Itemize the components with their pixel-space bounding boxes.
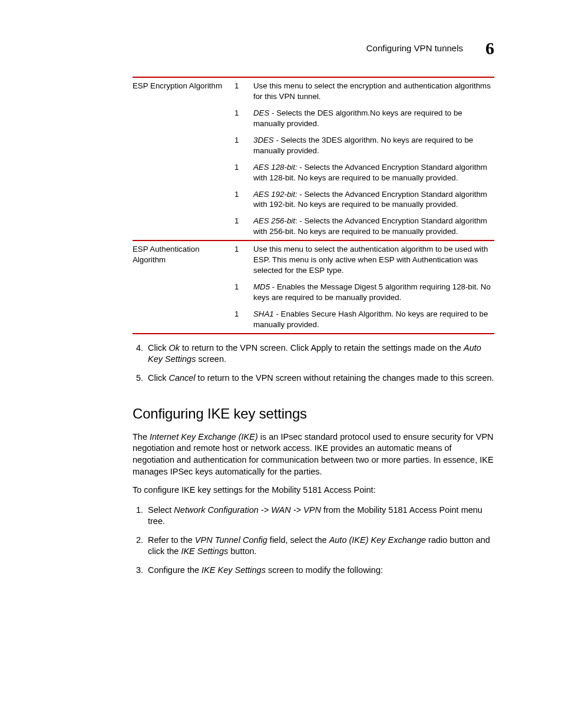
param-description: Use this menu to select the encryption a… (253, 77, 494, 105)
list-index: 1 (234, 279, 253, 306)
list-index: 1 (234, 213, 253, 241)
table-row: 1AES 128-bit: - Selects the Advanced Enc… (133, 159, 494, 186)
italic-text: 3DES (253, 136, 274, 144)
italic-text: Auto Key Settings (148, 343, 481, 364)
param-label (133, 105, 234, 132)
italic-text: Auto (IKE) Key Exchange (329, 535, 426, 545)
param-label (133, 306, 234, 334)
section-heading: Configuring IKE key settings (133, 404, 494, 423)
step-item: Click Cancel to return to the VPN screen… (146, 373, 494, 384)
param-label (133, 132, 234, 159)
running-title: Configuring VPN tunnels (366, 42, 463, 54)
param-description: 3DES - Selects the 3DES algorithm. No ke… (253, 132, 494, 159)
running-header: Configuring VPN tunnels 6 (366, 37, 494, 61)
parameter-table: ESP Encryption Algorithm1Use this menu t… (133, 77, 494, 334)
param-label: ESP Authentication Algorithm (133, 241, 234, 279)
list-index: 1 (234, 306, 253, 334)
section-lead: To configure IKE key settings for the Mo… (133, 485, 494, 496)
param-description: SHA1 - Enables Secure Hash Algorithm. No… (253, 306, 494, 334)
steps-continued: Click Ok to return to the VPN screen. Cl… (133, 342, 494, 384)
table-row: 1AES 192-bit: - Selects the Advanced Enc… (133, 186, 494, 213)
table-row: ESP Encryption Algorithm1Use this menu t… (133, 77, 494, 105)
italic-text: Ok (168, 343, 180, 353)
table-row: 1DES - Selects the DES algorithm.No keys… (133, 105, 494, 132)
param-label (133, 159, 234, 186)
italic-text: AES 128-bit: (253, 163, 297, 172)
page: Configuring VPN tunnels 6 ESP Encryption… (0, 0, 562, 728)
step-item: Select Network Configuration -> WAN -> V… (146, 505, 494, 528)
italic-text: IKE Settings (181, 546, 228, 556)
page-body: ESP Encryption Algorithm1Use this menu t… (133, 77, 494, 577)
table-row: ESP Authentication Algorithm1Use this me… (133, 241, 494, 279)
italic-text: Cancel (168, 373, 195, 383)
param-description: AES 256-bit: - Selects the Advanced Encr… (253, 213, 494, 241)
param-description: AES 128-bit: - Selects the Advanced Encr… (253, 159, 494, 186)
italic-text: MD5 (253, 282, 270, 291)
list-index: 1 (234, 132, 253, 159)
list-index: 1 (234, 186, 253, 213)
step-item: Click Ok to return to the VPN screen. Cl… (146, 342, 494, 365)
table-row: 13DES - Selects the 3DES algorithm. No k… (133, 132, 494, 159)
italic-text: Network Configuration -> WAN -> VPN (174, 505, 321, 515)
italic-text: DES (253, 108, 269, 117)
italic-text: Internet Key Exchange (IKE) (150, 432, 258, 442)
param-label (133, 186, 234, 213)
section-intro: The Internet Key Exchange (IKE) is an IP… (133, 431, 494, 477)
italic-text: AES 192-bit: (253, 190, 297, 199)
param-label: ESP Encryption Algorithm (133, 77, 234, 105)
italic-text: VPN Tunnel Config (195, 535, 267, 545)
list-index: 1 (234, 241, 253, 279)
italic-text: AES 256-bit (253, 216, 295, 225)
list-index: 1 (234, 77, 253, 105)
step-item: Refer to the VPN Tunnel Config field, se… (146, 535, 494, 558)
param-label (133, 213, 234, 241)
param-description: Use this menu to select the authenticati… (253, 241, 494, 279)
param-description: AES 192-bit: - Selects the Advanced Encr… (253, 186, 494, 213)
param-description: MD5 - Enables the Message Digest 5 algor… (253, 279, 494, 306)
chapter-number: 6 (485, 37, 494, 61)
step-item: Configure the IKE Key Settings screen to… (146, 565, 494, 577)
parameter-table-body: ESP Encryption Algorithm1Use this menu t… (133, 77, 494, 334)
list-index: 1 (234, 105, 253, 132)
list-index: 1 (234, 159, 253, 186)
italic-text: SHA1 (253, 309, 274, 318)
section-steps: Select Network Configuration -> WAN -> V… (133, 505, 494, 577)
table-row: 1MD5 - Enables the Message Digest 5 algo… (133, 279, 494, 306)
param-description: DES - Selects the DES algorithm.No keys … (253, 105, 494, 132)
italic-text: IKE Key Settings (201, 565, 266, 575)
param-label (133, 279, 234, 306)
table-row: 1SHA1 - Enables Secure Hash Algorithm. N… (133, 306, 494, 334)
table-row: 1AES 256-bit: - Selects the Advanced Enc… (133, 213, 494, 241)
